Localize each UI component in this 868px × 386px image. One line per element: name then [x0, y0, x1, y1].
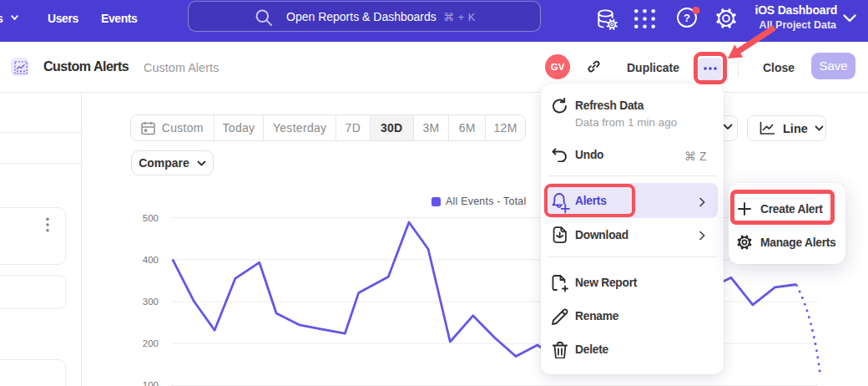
svg-text:100: 100: [143, 380, 159, 386]
svg-text:400: 400: [143, 255, 159, 265]
svg-text:300: 300: [143, 297, 159, 307]
svg-text:500: 500: [143, 213, 159, 223]
svg-text:?: ?: [684, 12, 690, 24]
svg-text:200: 200: [143, 338, 159, 348]
